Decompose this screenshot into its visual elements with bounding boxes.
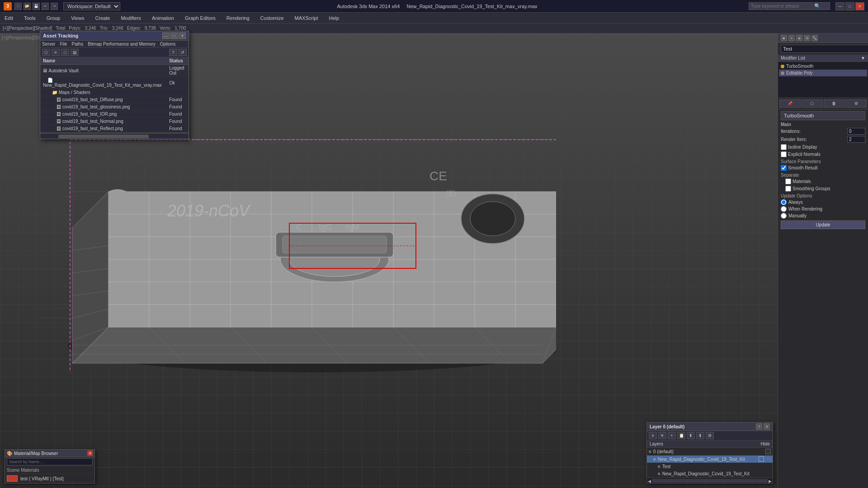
panel-icon-5[interactable]: 🔧 <box>811 35 818 41</box>
menu-item-rendering[interactable]: Rendering <box>225 14 251 22</box>
asset-menu-paths[interactable]: Paths <box>72 42 84 47</box>
menu-item-tools[interactable]: Tools <box>22 14 38 22</box>
image-icon-gloss: 🖼 <box>57 104 62 109</box>
menu-item-modifiers[interactable]: Modifiers <box>119 14 143 22</box>
layer-tool-4[interactable]: 📋 <box>677 432 685 439</box>
asset-tool-3[interactable]: □ <box>61 49 69 56</box>
image-icon-diffuse: 🖼 <box>57 97 62 102</box>
asset-tool-2[interactable]: ≡ <box>52 49 60 56</box>
asset-menu-options[interactable]: Options <box>160 42 175 47</box>
table-row: 📄 New_Rapid_Diagnostic_Covid_19_Test_Kit… <box>40 77 189 89</box>
modifier-editable-poly[interactable]: Editable Poly <box>779 70 867 76</box>
layer-name-test: Test <box>662 464 670 469</box>
menu-item-help[interactable]: Help <box>327 14 341 22</box>
update-button[interactable]: Update <box>781 221 865 229</box>
modifier-list-dropdown[interactable]: ▼ <box>861 56 865 61</box>
layer-row-default[interactable]: ≡ 0 (default) <box>647 448 773 455</box>
iterations-input[interactable] <box>847 128 865 135</box>
material-browser-close[interactable]: ✕ <box>87 450 93 456</box>
when-rendering-radio[interactable] <box>781 206 787 212</box>
window-controls: — □ ✕ <box>835 2 864 10</box>
layer-scrollbar-track[interactable] <box>652 479 768 483</box>
minimize-button[interactable]: — <box>835 2 844 10</box>
asset-tracking-minimize[interactable]: — <box>162 33 170 39</box>
layer-hide-checkbox-kit[interactable] <box>759 456 764 462</box>
asset-tracking-close[interactable]: ✕ <box>179 33 186 39</box>
make-unique-button[interactable]: ⬡ <box>802 99 823 108</box>
smoothing-groups-checkbox[interactable] <box>785 186 791 192</box>
search-box[interactable]: 🔍 <box>749 2 830 10</box>
isoline-checkbox[interactable] <box>781 144 787 150</box>
open-icon[interactable]: 📂 <box>24 3 31 10</box>
undo-icon[interactable]: ↩ <box>42 3 49 10</box>
layer-tool-2[interactable]: ✕ <box>658 432 666 439</box>
polys-label: Polys: <box>69 26 81 31</box>
layer-scroll-right[interactable]: ▶ <box>769 479 772 482</box>
materials-row: Materials <box>785 178 865 184</box>
redo-icon[interactable]: ↪ <box>51 3 58 10</box>
asset-name-glossiness: 🖼 covid19_fast_test_glossiness.png <box>40 103 166 111</box>
workspace-select[interactable]: Workspace: Default <box>63 2 120 10</box>
manually-radio[interactable] <box>781 213 787 219</box>
layer-hide-checkbox-default[interactable] <box>765 449 771 454</box>
layer-tool-5[interactable]: ⬆ <box>687 432 695 439</box>
render-iters-input[interactable] <box>847 136 865 143</box>
explicit-normals-row: Explicit Normals <box>781 151 865 157</box>
asset-tool-help[interactable]: ? <box>169 49 177 56</box>
panel-icon-4[interactable]: ⚙ <box>804 35 810 41</box>
layer-indent-icon-3: ≡ <box>658 471 660 476</box>
always-radio[interactable] <box>781 199 787 205</box>
panel-icon-2[interactable]: ≡ <box>788 35 795 41</box>
layer-tool-6[interactable]: ⬇ <box>696 432 704 439</box>
menu-item-create[interactable]: Create <box>93 14 112 22</box>
materials-checkbox[interactable] <box>785 178 791 184</box>
svg-text:2019-nCoV: 2019-nCoV <box>167 202 251 220</box>
layer-close-button[interactable]: ✕ <box>764 423 770 430</box>
asset-scrollbar[interactable] <box>40 133 189 139</box>
layer-tool-1[interactable]: ≡ <box>649 432 657 439</box>
layer-help-button[interactable]: ? <box>756 423 762 430</box>
asset-menu-file[interactable]: File <box>60 42 67 47</box>
remove-modifier-button[interactable]: 🗑 <box>824 99 845 108</box>
menu-item-customize[interactable]: Customize <box>259 14 286 22</box>
explicit-normals-checkbox[interactable] <box>781 151 787 157</box>
pin-button[interactable]: 📌 <box>779 99 801 108</box>
panel-icon-1[interactable]: ■ <box>781 35 787 41</box>
layer-row-kit[interactable]: ≡ New_Rapid_Diagnostic_Covid_19_Test_Kit… <box>647 455 773 463</box>
asset-tool-refresh[interactable]: ↺ <box>179 49 187 56</box>
asset-scrollbar-thumb[interactable] <box>58 135 149 138</box>
maximize-button[interactable]: □ <box>845 2 854 10</box>
layer-tool-3[interactable]: + <box>668 432 676 439</box>
material-item-test[interactable]: test ( VRayMtl ) [Test] <box>5 474 94 483</box>
asset-table-scroll[interactable]: Name Status 🏛 Autodesk Vault Logged Out … <box>40 57 189 133</box>
asset-name-maps: 📁 Maps / Shaders <box>40 89 166 96</box>
asset-tool-1[interactable]: ⬡ <box>42 49 50 56</box>
layer-toolbar: ≡ ✕ + 📋 ⬆ ⬇ ⚙ <box>647 431 773 441</box>
new-icon[interactable]: □ <box>14 3 22 10</box>
menu-item-animation[interactable]: Animation <box>150 14 176 22</box>
save-icon[interactable]: 💾 <box>33 3 40 10</box>
layer-row-kit2[interactable]: ≡ New_Rapid_Diagnostic_Covid_19_Test_Kit <box>647 470 773 478</box>
layer-scroll-left[interactable]: ◀ <box>648 479 651 482</box>
menu-item-views[interactable]: Views <box>69 14 86 22</box>
configure-button[interactable]: ⚙ <box>845 99 867 108</box>
asset-menu-bitmap[interactable]: Bitmap Performance and Memory <box>88 42 156 47</box>
menu-item-group[interactable]: Group <box>45 14 62 22</box>
menu-item-maxscript[interactable]: MAXScript <box>293 14 320 22</box>
close-button[interactable]: ✕ <box>855 2 864 10</box>
asset-tracking-maximize[interactable]: □ <box>170 33 178 39</box>
menu-item-edit[interactable]: Edit <box>3 14 15 22</box>
layer-row-test[interactable]: ≡ Test <box>647 463 773 470</box>
material-search-input[interactable] <box>7 458 93 465</box>
menu-item-graph-editors[interactable]: Graph Editors <box>183 14 217 22</box>
modifier-name-input[interactable] <box>781 45 868 53</box>
asset-tool-4[interactable]: ▤ <box>71 49 79 56</box>
search-input[interactable] <box>751 4 814 9</box>
asset-menu-server[interactable]: Server <box>42 42 55 47</box>
modifier-turbosmooth[interactable]: TurboSmooth <box>779 63 867 70</box>
table-row: 🖼 covid19_fast_test_Normal.png Found <box>40 118 189 125</box>
layer-tool-7[interactable]: ⚙ <box>706 432 714 439</box>
layer-scrollbar[interactable]: ◀ ▶ <box>647 478 773 483</box>
panel-icon-3[interactable]: ◈ <box>796 35 802 41</box>
smooth-result-checkbox[interactable] <box>781 165 787 171</box>
